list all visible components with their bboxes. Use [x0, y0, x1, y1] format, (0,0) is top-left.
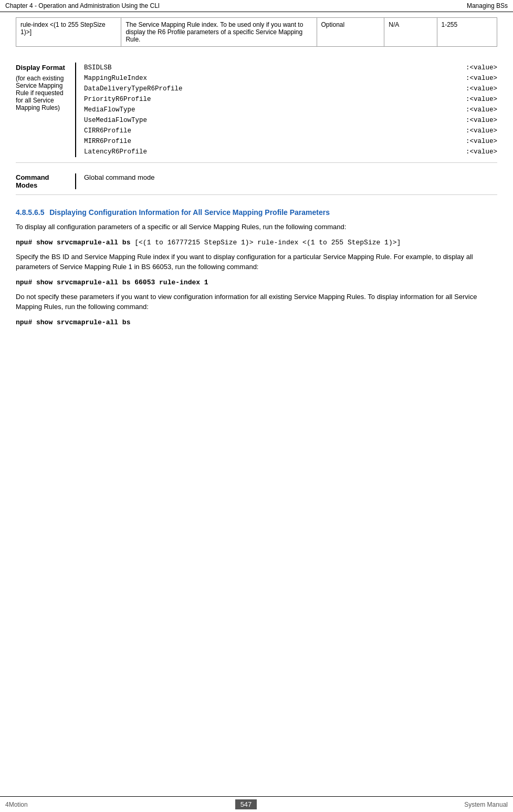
command-1: npu# show srvcmaprule-all bs [<(1 to 167… [16, 239, 497, 246]
display-field-row: LatencyR6Profile:<value> [84, 147, 497, 157]
table-cell-range: 1-255 [437, 18, 497, 47]
display-format-label: Display Format (for each existing Servic… [16, 63, 76, 157]
table-cell-name: rule-index <(1 to 255 StepSize 1)>] [16, 18, 121, 47]
display-field-value: :<value> [466, 138, 497, 145]
command-3: npu# show srvcmaprule-all bs [16, 318, 497, 326]
command-modes-label: Command Modes [16, 173, 76, 189]
param-table: rule-index <(1 to 255 StepSize 1)>] The … [16, 17, 497, 47]
table-cell-desc: The Service Mapping Rule index. To be us… [121, 18, 317, 47]
footer-left: 4Motion [5, 801, 28, 808]
page-header: Chapter 4 - Operation and Administration… [0, 0, 513, 12]
command-modes-section: Command Modes Global command mode [16, 173, 497, 195]
display-format-sublabel: (for each existing Service Mapping Rule … [16, 75, 71, 111]
display-field-name: BSIDLSB [84, 64, 455, 71]
display-field-value: :<value> [466, 96, 497, 103]
display-field-row: CIRR6Profile:<value> [84, 126, 497, 136]
command-2-text: npu# show srvcmaprule-all bs 66053 rule-… [16, 279, 208, 286]
display-format-section: Display Format (for each existing Servic… [16, 63, 497, 163]
display-field-value: :<value> [466, 106, 497, 114]
command-3-text: npu# show srvcmaprule-all bs [16, 318, 130, 326]
display-field-value: :<value> [466, 85, 497, 92]
display-field-value: :<value> [466, 75, 497, 82]
page-number: 547 [235, 799, 257, 809]
table-cell-presence: Optional [317, 18, 384, 47]
display-field-value: :<value> [466, 117, 497, 124]
section-heading: 4.8.5.6.5 Displaying Configuration Infor… [16, 208, 497, 217]
display-field-row: UseMediaFlowType:<value> [84, 115, 497, 126]
command-modes-value: Global command mode [76, 173, 497, 189]
display-format-content: BSIDLSB:<value>MappingRuleIndex:<value>D… [76, 63, 497, 157]
section-number: 4.8.5.6.5 [16, 208, 45, 217]
display-field-name: MIRR6Profile [84, 138, 455, 145]
display-field-row: MIRR6Profile:<value> [84, 136, 497, 147]
header-right: Managing BSs [467, 2, 508, 9]
footer-right: System Manual [464, 801, 508, 808]
display-field-name: DataDeliveryTypeR6Profile [84, 85, 455, 92]
display-field-row: BSIDLSB:<value> [84, 63, 497, 73]
display-field-name: CIRR6Profile [84, 127, 455, 135]
display-field-row: DataDeliveryTypeR6Profile:<value> [84, 84, 497, 94]
display-field-row: MediaFlowType:<value> [84, 105, 497, 115]
display-field-name: MappingRuleIndex [84, 75, 455, 82]
paragraph-1: To display all configuration parameters … [16, 222, 497, 232]
display-field-row: PriorityR6Profile:<value> [84, 94, 497, 105]
display-field-name: UseMediaFlowType [84, 117, 455, 124]
command-1-suffix: [<(1 to 16777215 StepSize 1)> rule-index… [130, 239, 401, 246]
command-2: npu# show srvcmaprule-all bs 66053 rule-… [16, 279, 497, 286]
command-1-main: npu# show srvcmaprule-all bs [16, 239, 130, 246]
display-field-value: :<value> [466, 127, 497, 135]
page-footer: 4Motion 547 System Manual [0, 796, 513, 812]
header-left: Chapter 4 - Operation and Administration… [5, 2, 160, 9]
display-field-value: :<value> [466, 64, 497, 71]
paragraph-3: Do not specify these parameters if you w… [16, 292, 497, 312]
display-field-name: LatencyR6Profile [84, 148, 455, 156]
display-field-value: :<value> [466, 148, 497, 156]
table-cell-default: N/A [384, 18, 437, 47]
section-title: Displaying Configuration Information for… [49, 208, 330, 217]
display-field-name: PriorityR6Profile [84, 96, 455, 103]
table-row: rule-index <(1 to 255 StepSize 1)>] The … [16, 18, 497, 47]
paragraph-2: Specify the BS ID and Service Mapping Ru… [16, 252, 497, 272]
display-field-row: MappingRuleIndex:<value> [84, 73, 497, 84]
display-field-name: MediaFlowType [84, 106, 455, 114]
